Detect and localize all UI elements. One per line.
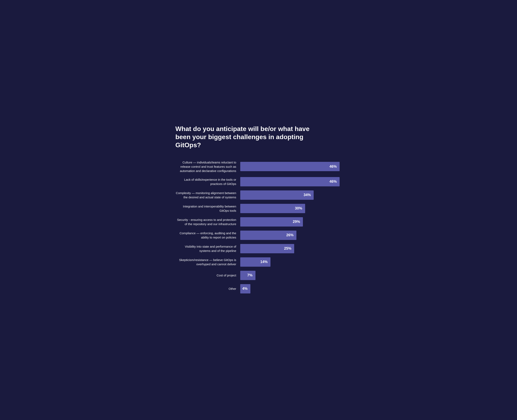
chart-row: Culture — individuals/teams reluctant to… bbox=[175, 158, 340, 175]
row-label: Other bbox=[175, 286, 236, 291]
row-label: Culture — individuals/teams reluctant to… bbox=[175, 160, 236, 173]
bar-value: 4% bbox=[242, 286, 248, 291]
chart-row: Integration and interoperability between… bbox=[175, 202, 340, 215]
row-label: Complexity — monitoring alignment betwee… bbox=[175, 191, 236, 199]
bar-container: 26% bbox=[240, 231, 340, 240]
row-label: Skepticism/resistance — believe GitOps i… bbox=[175, 258, 236, 266]
chart-row: Compliance — enforcing, auditing and the… bbox=[175, 229, 340, 242]
bar-container: 25% bbox=[240, 244, 340, 253]
chart-row: Lack of skills/experience in the tools o… bbox=[175, 175, 340, 188]
bar-value: 7% bbox=[247, 273, 253, 278]
bar-container: 34% bbox=[240, 190, 340, 200]
bar: 4% bbox=[240, 284, 250, 293]
bar-container: 7% bbox=[240, 271, 340, 280]
row-label: Integration and interoperability between… bbox=[175, 204, 236, 213]
bar: 26% bbox=[240, 231, 296, 240]
bar: 34% bbox=[240, 190, 314, 200]
bar: 29% bbox=[240, 217, 303, 226]
chart-title: What do you anticipate will be/or what h… bbox=[175, 125, 313, 149]
chart-row: Security - ensuring access to and protec… bbox=[175, 215, 340, 229]
bar-value: 30% bbox=[295, 206, 302, 210]
chart-row: Complexity — monitoring alignment betwee… bbox=[175, 188, 340, 202]
bar: 46% bbox=[240, 162, 340, 171]
row-label: Compliance — enforcing, auditing and the… bbox=[175, 231, 236, 240]
bar-value: 34% bbox=[303, 193, 311, 197]
bar-container: 14% bbox=[240, 257, 340, 267]
row-label: Cost of project bbox=[175, 273, 236, 278]
bar-value: 46% bbox=[329, 180, 337, 184]
bar: 25% bbox=[240, 244, 294, 253]
chart-rows: Culture — individuals/teams reluctant to… bbox=[175, 158, 340, 295]
bar-container: 29% bbox=[240, 217, 340, 226]
bar-container: 30% bbox=[240, 204, 340, 213]
bar: 14% bbox=[240, 257, 270, 267]
bar-container: 46% bbox=[240, 162, 340, 171]
row-label: Visibility into state and performance of… bbox=[175, 244, 236, 253]
bar-container: 4% bbox=[240, 284, 340, 293]
row-label: Lack of skills/experience in the tools o… bbox=[175, 177, 236, 186]
bar-value: 14% bbox=[260, 260, 268, 264]
chart-row: Other4% bbox=[175, 282, 340, 295]
chart-row: Cost of project7% bbox=[175, 269, 340, 282]
bar-value: 25% bbox=[284, 246, 291, 251]
bar-container: 46% bbox=[240, 177, 340, 186]
chart-row: Skepticism/resistance — believe GitOps i… bbox=[175, 255, 340, 269]
bar-value: 29% bbox=[293, 220, 300, 224]
chart-container: What do you anticipate will be/or what h… bbox=[167, 115, 350, 306]
bar-value: 26% bbox=[286, 233, 294, 237]
bar: 7% bbox=[240, 271, 255, 280]
bar: 30% bbox=[240, 204, 305, 213]
bar-value: 46% bbox=[329, 165, 337, 169]
chart-row: Visibility into state and performance of… bbox=[175, 242, 340, 255]
bar: 46% bbox=[240, 177, 340, 186]
row-label: Security - ensuring access to and protec… bbox=[175, 218, 236, 226]
